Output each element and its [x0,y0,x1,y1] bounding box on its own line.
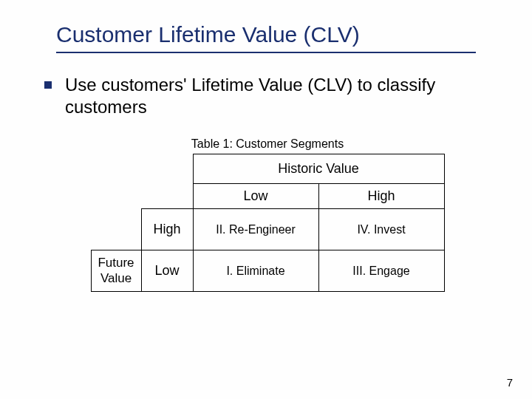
square-bullet-icon [44,81,52,89]
slide: Customer Lifetime Value (CLV) Use custom… [0,0,532,399]
cell-high-high: IV. Invest [318,209,444,250]
spacer [141,184,193,209]
row-low-header: Low [141,250,193,292]
spacer [91,209,141,250]
cell-low-high: III. Engage [318,250,444,292]
slide-title: Customer Lifetime Value (CLV) [56,22,476,47]
cell-low-low: I. Eliminate [193,250,318,292]
spacer [91,154,141,184]
table-caption: Table 1: Customer Segments [44,137,491,151]
row-high-header: High [141,209,193,250]
spacer [91,184,141,209]
page-number: 7 [507,376,513,389]
segments-table: Historic Value Low High High II. Re-Engi… [91,154,445,292]
col-dimension-header: Historic Value [193,154,444,184]
row-dimension-header: Future Value [91,250,141,292]
col-low-header: Low [193,184,318,209]
cell-high-low: II. Re-Engineer [193,209,318,250]
slide-body: Use customers' Lifetime Value (CLV) to c… [41,74,491,292]
col-high-header: High [318,184,444,209]
spacer [141,154,193,184]
bullet-text: Use customers' Lifetime Value (CLV) to c… [65,74,491,118]
title-underline: Customer Lifetime Value (CLV) [56,22,476,53]
bullet-item: Use customers' Lifetime Value (CLV) to c… [44,74,491,118]
